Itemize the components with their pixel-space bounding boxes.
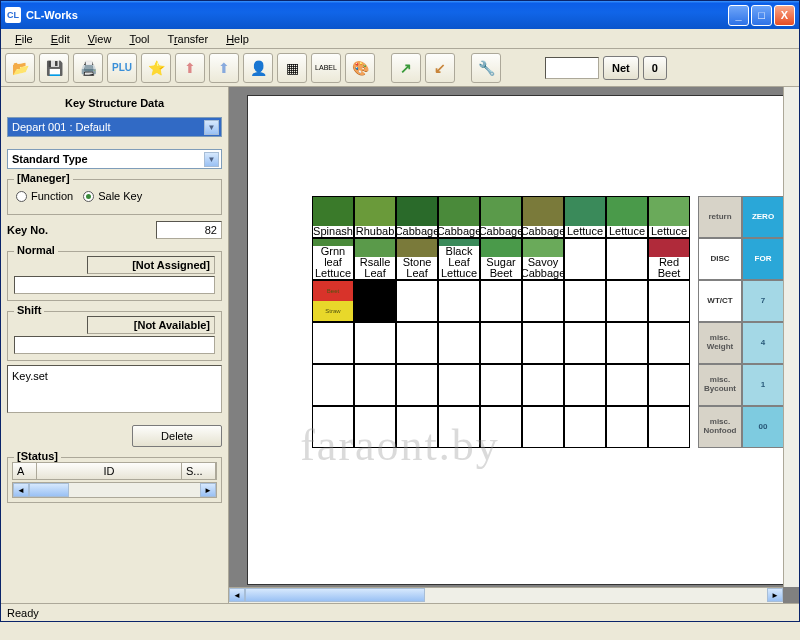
label-icon[interactable]: LABEL bbox=[311, 53, 341, 83]
scroll-thumb[interactable] bbox=[245, 588, 425, 602]
user-icon[interactable]: 👤 bbox=[243, 53, 273, 83]
plu-key[interactable] bbox=[648, 364, 690, 406]
menu-file[interactable]: FFileile bbox=[7, 31, 41, 47]
plu-key[interactable] bbox=[354, 406, 396, 448]
scroll-left-icon[interactable]: ◄ bbox=[229, 588, 245, 602]
plu-key[interactable] bbox=[312, 406, 354, 448]
scroll-right-icon[interactable]: ► bbox=[767, 588, 783, 602]
plu-key[interactable] bbox=[354, 280, 396, 322]
menu-edit[interactable]: Edit bbox=[43, 31, 78, 47]
plu-key[interactable] bbox=[564, 238, 606, 280]
type-combo[interactable]: Standard Type ▼ bbox=[7, 149, 222, 169]
depart-combo[interactable]: Depart 001 : Default ▼ bbox=[7, 117, 222, 137]
plu-key[interactable] bbox=[480, 322, 522, 364]
shift-field[interactable] bbox=[14, 336, 215, 354]
plu-key[interactable]: Savoy Cabbage bbox=[522, 238, 564, 280]
toolbar-field[interactable] bbox=[545, 57, 599, 79]
scroll-left-icon[interactable]: ◄ bbox=[13, 483, 29, 497]
plu-key[interactable]: Lettuce bbox=[606, 196, 648, 238]
plu-key[interactable] bbox=[522, 280, 564, 322]
plu-key[interactable] bbox=[606, 406, 648, 448]
plu-key[interactable] bbox=[480, 280, 522, 322]
up-arrow-icon[interactable]: ↗ bbox=[391, 53, 421, 83]
maximize-button[interactable]: □ bbox=[751, 5, 772, 26]
plu-key[interactable]: Spinash bbox=[312, 196, 354, 238]
radio-function[interactable]: Function bbox=[16, 190, 73, 202]
plu-key[interactable] bbox=[606, 280, 648, 322]
normal-field[interactable] bbox=[14, 276, 215, 294]
plu-key[interactable] bbox=[438, 280, 480, 322]
menu-transfer[interactable]: Transfer bbox=[160, 31, 217, 47]
func-key[interactable]: FOR bbox=[742, 238, 784, 280]
menu-tool[interactable]: Tool bbox=[121, 31, 157, 47]
zero-button[interactable]: 0 bbox=[643, 56, 667, 80]
tools-icon[interactable]: 🔧 bbox=[471, 53, 501, 83]
plu-key[interactable]: Lettuce bbox=[648, 196, 690, 238]
plu-key[interactable] bbox=[312, 322, 354, 364]
plu-key[interactable] bbox=[438, 364, 480, 406]
close-button[interactable]: X bbox=[774, 5, 795, 26]
plu-key[interactable] bbox=[480, 364, 522, 406]
grid-icon[interactable]: ▦ bbox=[277, 53, 307, 83]
menu-help[interactable]: Help bbox=[218, 31, 257, 47]
plu-key[interactable]: Stone Leaf bbox=[396, 238, 438, 280]
func-key[interactable]: 00 bbox=[742, 406, 784, 448]
scroll-right-icon[interactable]: ► bbox=[200, 483, 216, 497]
func-key[interactable]: misc. Nonfood bbox=[698, 406, 742, 448]
plu-key[interactable] bbox=[564, 280, 606, 322]
plu-key[interactable] bbox=[438, 406, 480, 448]
func-key[interactable]: 4 bbox=[742, 322, 784, 364]
plu-key[interactable] bbox=[564, 406, 606, 448]
plu-key[interactable] bbox=[354, 322, 396, 364]
plu-key[interactable] bbox=[396, 280, 438, 322]
plu-key[interactable]: Lettuce bbox=[564, 196, 606, 238]
plu-key[interactable]: Cabbage bbox=[480, 196, 522, 238]
func-key[interactable]: WT/CT bbox=[698, 280, 742, 322]
down-arrow-icon[interactable]: ↙ bbox=[425, 53, 455, 83]
func-key[interactable]: DISC bbox=[698, 238, 742, 280]
status-hscroll[interactable]: ◄ ► bbox=[12, 482, 217, 498]
open-icon[interactable]: 📂 bbox=[5, 53, 35, 83]
canvas-hscroll[interactable]: ◄ ► bbox=[229, 587, 783, 603]
scroll-thumb[interactable] bbox=[29, 483, 69, 497]
col-s[interactable]: S... bbox=[182, 463, 216, 479]
net-button[interactable]: Net bbox=[603, 56, 639, 80]
func-key[interactable]: misc. Weight bbox=[698, 322, 742, 364]
upload1-icon[interactable]: ⬆ bbox=[175, 53, 205, 83]
col-id[interactable]: ID bbox=[37, 463, 182, 479]
plu-key[interactable] bbox=[522, 364, 564, 406]
menu-view[interactable]: View bbox=[80, 31, 120, 47]
plu-key[interactable] bbox=[564, 364, 606, 406]
upload2-icon[interactable]: ⬆ bbox=[209, 53, 239, 83]
plu-key[interactable] bbox=[438, 322, 480, 364]
plu-key[interactable] bbox=[480, 406, 522, 448]
func-key[interactable]: 7 bbox=[742, 280, 784, 322]
func-key[interactable]: 1 bbox=[742, 364, 784, 406]
keyset-box[interactable]: Key.set bbox=[7, 365, 222, 413]
plu-key[interactable] bbox=[396, 406, 438, 448]
plu-key[interactable] bbox=[522, 322, 564, 364]
plu-key[interactable]: Red Beet bbox=[648, 238, 690, 280]
plu-key[interactable]: Cabbage bbox=[396, 196, 438, 238]
plu-key[interactable]: Cabbage bbox=[522, 196, 564, 238]
plu-key[interactable] bbox=[522, 406, 564, 448]
plu-key[interactable]: Sugar Beet bbox=[480, 238, 522, 280]
col-a[interactable]: A bbox=[13, 463, 37, 479]
plu-key[interactable]: BeetStraw bbox=[312, 280, 354, 322]
plu-key[interactable] bbox=[648, 322, 690, 364]
plu-key[interactable] bbox=[606, 238, 648, 280]
plu-key[interactable] bbox=[354, 364, 396, 406]
plu-key[interactable]: Rsalle Leaf bbox=[354, 238, 396, 280]
plu-key[interactable] bbox=[606, 322, 648, 364]
func-key[interactable]: misc. Bycount bbox=[698, 364, 742, 406]
plu-key[interactable]: Rhubab bbox=[354, 196, 396, 238]
plu-key[interactable] bbox=[396, 364, 438, 406]
plu-key[interactable] bbox=[648, 406, 690, 448]
print-icon[interactable]: 🖨️ bbox=[73, 53, 103, 83]
star-icon[interactable]: ⭐ bbox=[141, 53, 171, 83]
canvas-vscroll[interactable] bbox=[783, 87, 799, 587]
plu-key[interactable]: Black Leaf Lettuce bbox=[438, 238, 480, 280]
plu-key[interactable] bbox=[312, 364, 354, 406]
minimize-button[interactable]: _ bbox=[728, 5, 749, 26]
save-icon[interactable]: 💾 bbox=[39, 53, 69, 83]
